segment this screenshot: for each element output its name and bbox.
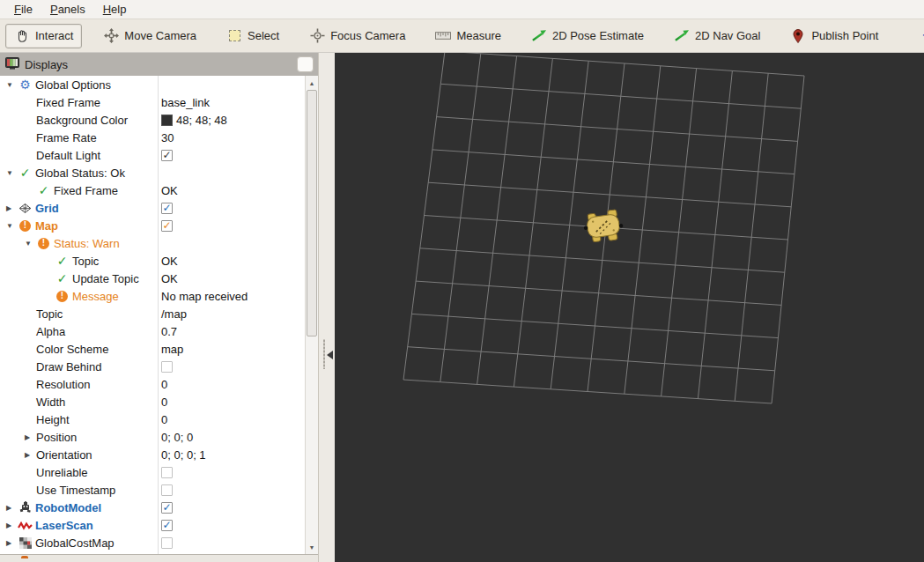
row-value[interactable]: base_link xyxy=(161,96,210,109)
tree-row-width[interactable]: Width0 xyxy=(0,393,318,410)
tree-row-alpha[interactable]: Alpha0.7 xyxy=(0,322,318,340)
tree-row-message[interactable]: !MessageNo map received xyxy=(0,287,318,305)
tree-row-position[interactable]: ▶Position0; 0; 0 xyxy=(0,428,318,446)
tree-scrollbar[interactable]: ▲ ▼ xyxy=(305,76,318,554)
row-checkbox[interactable] xyxy=(161,537,173,549)
tool-interact[interactable]: Interact xyxy=(5,24,82,48)
laser-icon xyxy=(18,521,33,530)
row-checkbox[interactable] xyxy=(161,361,173,373)
collapse-icon[interactable]: ▼ xyxy=(4,222,18,230)
tree-row-topic[interactable]: ✓TopicOK xyxy=(0,252,318,270)
row-value[interactable]: 0 xyxy=(161,378,167,391)
tree-row-grid[interactable]: ▶Grid✓ xyxy=(0,199,318,217)
tree-row-frame-rate[interactable]: Frame Rate30 xyxy=(0,129,318,146)
row-label: Resolution xyxy=(36,378,90,391)
row-label: Default Light xyxy=(36,149,100,162)
row-checkbox[interactable]: ✓ xyxy=(161,220,173,232)
row-value[interactable]: 30 xyxy=(161,131,174,144)
tree-row-robotmodel[interactable]: ▶RobotModel✓ xyxy=(0,499,318,516)
tree-row-unreliable[interactable]: Unreliable xyxy=(0,463,318,481)
expand-icon[interactable]: ▶ xyxy=(22,433,36,441)
render-view-3d[interactable] xyxy=(335,53,924,562)
check-ok-icon: ✓ xyxy=(55,254,70,268)
add-tool-button[interactable]: + xyxy=(917,27,924,44)
row-value[interactable]: OK xyxy=(161,272,178,285)
tree-row-resolution[interactable]: Resolution0 xyxy=(0,375,318,393)
row-value[interactable]: 0; 0; 0 xyxy=(161,431,193,444)
tree-row-topic[interactable]: Topic/map xyxy=(0,305,318,322)
monitor-icon xyxy=(5,57,19,72)
row-checkbox[interactable]: ✓ xyxy=(161,150,173,161)
row-checkbox[interactable] xyxy=(161,484,173,496)
tool-select[interactable]: Select xyxy=(218,24,288,48)
row-value[interactable]: 48; 48; 48 xyxy=(176,114,227,127)
row-value[interactable]: 0 xyxy=(161,396,167,409)
tool-2d-pose-estimate[interactable]: 2D Pose Estimate xyxy=(522,24,653,48)
splitter-grip[interactable] xyxy=(323,339,325,369)
tree-row-status-warn[interactable]: ▼!Status: Warn xyxy=(0,234,318,252)
row-checkbox[interactable]: ✓ xyxy=(161,203,173,214)
tree-row-draw-behind[interactable]: Draw Behind xyxy=(0,358,318,375)
row-label: Unreliable xyxy=(36,466,88,479)
expand-icon[interactable]: ▶ xyxy=(4,204,18,212)
select-box-icon xyxy=(226,29,242,43)
tree-row-global-status-ok[interactable]: ▼✓Global Status: Ok xyxy=(0,164,318,181)
row-label: Height xyxy=(36,413,70,426)
row-value[interactable]: map xyxy=(161,343,183,356)
tree-row-global-options[interactable]: ▼⚙Global Options xyxy=(0,76,318,93)
tool-measure[interactable]: Measure xyxy=(426,24,510,48)
warning-icon: ! xyxy=(55,291,70,302)
green-arrow-icon xyxy=(531,29,547,43)
row-value[interactable]: OK xyxy=(161,255,178,268)
tree-row-laserscan[interactable]: ▶LaserScan✓ xyxy=(0,516,318,534)
row-checkbox[interactable]: ✓ xyxy=(161,502,173,514)
tree-row-default-light[interactable]: Default Light✓ xyxy=(0,146,318,164)
tool-2d-nav-goal[interactable]: 2D Nav Goal xyxy=(665,24,769,48)
tree-row-globalcostmap[interactable]: ▶GlobalCostMap xyxy=(0,534,318,551)
tree-row-map[interactable]: ▼!Map✓ xyxy=(0,217,318,234)
menu-item-help[interactable]: Help xyxy=(94,1,136,18)
tree-row-orientation[interactable]: ▶Orientation0; 0; 0; 1 xyxy=(0,446,318,463)
tree-row-height[interactable]: Height0 xyxy=(0,410,318,428)
row-label: Status: Warn xyxy=(54,237,120,250)
row-label: Background Color xyxy=(36,114,128,127)
tool-move-camera[interactable]: Move Camera xyxy=(94,24,205,48)
row-value[interactable]: /map xyxy=(161,307,187,321)
scrollbar-thumb[interactable] xyxy=(307,90,317,336)
tree-row-background-color[interactable]: Background Color48; 48; 48 xyxy=(0,111,318,129)
warning-icon: ! xyxy=(18,220,33,232)
tree-row-fixed-frame[interactable]: Fixed Framebase_link xyxy=(0,93,318,111)
expand-icon[interactable]: ▶ xyxy=(4,539,18,547)
row-value[interactable]: 0.7 xyxy=(161,325,177,338)
color-swatch[interactable] xyxy=(161,115,173,126)
panel-splitter[interactable] xyxy=(319,53,335,562)
collapse-left-icon[interactable] xyxy=(327,351,333,359)
tool-focus-camera[interactable]: Focus Camera xyxy=(300,24,414,48)
tree-row-color-scheme[interactable]: Color Schememap xyxy=(0,340,318,358)
menu-item-panels[interactable]: Panels xyxy=(41,1,94,18)
menu-item-file[interactable]: File xyxy=(5,1,41,18)
collapse-icon[interactable]: ▼ xyxy=(22,240,36,248)
row-label: Alpha xyxy=(36,325,65,338)
robot-icon xyxy=(18,501,33,514)
tree-row-update-topic[interactable]: ✓Update TopicOK xyxy=(0,270,318,287)
row-value[interactable]: 0 xyxy=(161,413,167,426)
collapse-icon[interactable]: ▼ xyxy=(4,81,18,89)
tree-row-fixed-frame[interactable]: ✓Fixed FrameOK xyxy=(0,181,318,199)
tree-row-use-timestamp[interactable]: Use Timestamp xyxy=(0,481,318,499)
scrollbar-down-arrow[interactable]: ▼ xyxy=(306,541,318,553)
expand-icon[interactable]: ▶ xyxy=(4,504,18,512)
expand-icon[interactable]: ▶ xyxy=(22,451,36,459)
row-checkbox[interactable] xyxy=(161,467,173,478)
collapse-icon[interactable]: ▼ xyxy=(4,169,18,177)
row-checkbox[interactable]: ✓ xyxy=(161,520,173,531)
gear-icon: ⚙ xyxy=(18,78,33,91)
scrollbar-up-arrow[interactable]: ▲ xyxy=(306,77,318,89)
horizontal-splitter-handle[interactable] xyxy=(141,558,173,559)
panel-float-button[interactable] xyxy=(297,56,314,72)
tool-publish-point[interactable]: Publish Point xyxy=(781,24,887,48)
row-value[interactable]: No map received xyxy=(161,290,248,303)
expand-icon[interactable]: ▶ xyxy=(4,521,18,529)
row-value[interactable]: 0; 0; 0; 1 xyxy=(161,448,206,462)
row-value[interactable]: OK xyxy=(161,184,178,197)
